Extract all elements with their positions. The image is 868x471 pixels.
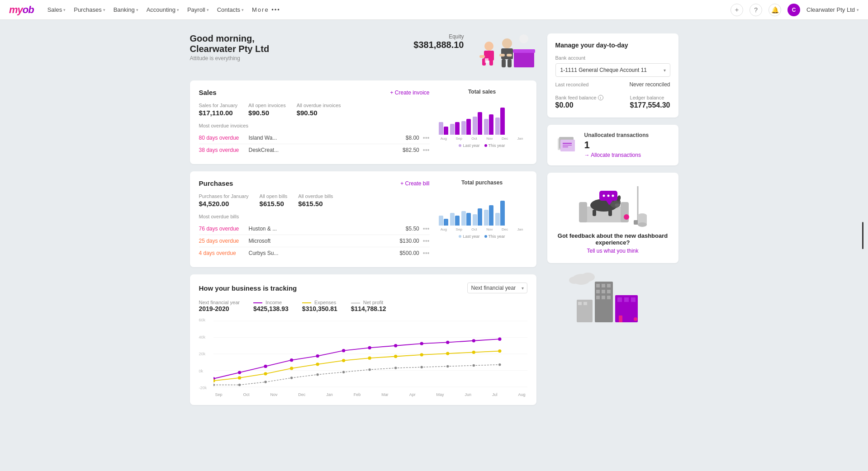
svg-point-14 xyxy=(519,34,528,43)
logo[interactable]: myob xyxy=(9,4,34,16)
last-reconciled-label: Last reconciled xyxy=(555,82,589,87)
more-options-icon[interactable]: ••• xyxy=(423,146,430,154)
overdue-days-p1[interactable]: 76 days overdue xyxy=(199,226,249,232)
all-open-bills: All open bills $615.50 xyxy=(260,193,288,207)
sales-stats: Sales for January $17,110.00 All open in… xyxy=(199,103,430,117)
bar-group-p-sep xyxy=(450,213,460,226)
svg-point-26 xyxy=(368,346,371,349)
nav-banking[interactable]: Banking ▾ xyxy=(114,6,138,13)
svg-point-48 xyxy=(316,373,318,376)
svg-point-37 xyxy=(342,359,345,362)
overdue-amount-p2: $130.00 xyxy=(399,238,419,244)
svg-point-55 xyxy=(498,363,501,366)
svg-point-77 xyxy=(607,195,609,197)
svg-point-38 xyxy=(368,356,371,359)
bar-this-year xyxy=(444,127,448,135)
bar-last-year xyxy=(461,121,466,135)
all-overdue-bills: All overdue bills $615.50 xyxy=(298,193,333,207)
bar-group-nov xyxy=(473,112,482,135)
period-select[interactable]: Next financial year This financial year … xyxy=(467,283,527,293)
purchases-for-january: Purchases for January $4,520.00 xyxy=(199,193,249,207)
all-overdue-invoices: All overdue invoices $90.50 xyxy=(297,103,341,117)
feedback-link[interactable]: Tell us what you think xyxy=(555,248,670,254)
chevron-down-icon: ▾ xyxy=(857,8,859,12)
chart-x-labels: Aug Sep Oct Nov Dec Jan xyxy=(437,137,527,141)
feedback-card: Got feedback about the new dashboard exp… xyxy=(547,173,678,263)
legend-dot-last-year-p xyxy=(459,235,461,238)
total-purchases-label: Total purchases xyxy=(437,179,527,186)
allocate-link[interactable]: → Allocate transactions xyxy=(584,152,649,158)
more-options-icon[interactable]: ••• xyxy=(423,250,430,257)
svg-rect-1 xyxy=(513,49,535,53)
svg-point-53 xyxy=(446,365,449,367)
scrollbar-indicator[interactable] xyxy=(862,222,863,249)
svg-rect-99 xyxy=(624,297,629,302)
more-options-icon[interactable]: ••• xyxy=(423,237,430,245)
legend-last-year-p: Last year xyxy=(459,234,479,239)
svg-point-43 xyxy=(498,349,501,353)
line-chart-container: 60k 40k 20k 0k -20k xyxy=(199,318,527,397)
svg-rect-5 xyxy=(489,58,493,66)
tracking-card: How your business is tracking Next finan… xyxy=(190,274,536,405)
ledger-balance: Ledger balance $177,554.30 xyxy=(630,95,670,109)
create-invoice-link[interactable]: + Create invoice xyxy=(390,89,429,96)
svg-point-42 xyxy=(472,351,475,354)
nav-sales[interactable]: Sales ▾ xyxy=(47,6,66,13)
more-options-icon[interactable]: ••• xyxy=(423,225,430,232)
overdue-days-p2[interactable]: 25 days overdue xyxy=(199,238,249,244)
nav-contacts[interactable]: Contacts ▾ xyxy=(217,6,244,13)
svg-rect-87 xyxy=(595,282,613,322)
nav-payroll[interactable]: Payroll ▾ xyxy=(187,6,209,13)
sales-card-header: Sales + Create invoice xyxy=(199,89,430,96)
overdue-name-1: Island Wa... xyxy=(249,135,406,141)
more-options-icon[interactable]: ••• xyxy=(423,134,430,141)
info-icon[interactable]: i xyxy=(598,95,603,100)
manage-card: Manage your day-to-day Bank account 1-11… xyxy=(547,33,678,118)
overdue-days-2[interactable]: 38 days overdue xyxy=(199,147,249,153)
svg-point-45 xyxy=(238,384,240,386)
svg-rect-11 xyxy=(507,54,512,57)
nav-purchases[interactable]: Purchases ▾ xyxy=(74,6,105,13)
svg-rect-72 xyxy=(608,210,612,216)
purchases-card-content: Purchases + Create bill Purchases for Ja… xyxy=(199,179,527,259)
svg-point-30 xyxy=(472,339,475,342)
svg-point-39 xyxy=(394,355,397,358)
bar-group-p-aug xyxy=(439,216,448,226)
tracking-year: Next financial year 2019-2020 xyxy=(199,300,240,312)
create-bill-link[interactable]: + Create bill xyxy=(400,180,429,187)
nav-accounting[interactable]: Accounting ▾ xyxy=(147,6,179,13)
bar-group-p-nov xyxy=(473,208,482,226)
overdue-days-p3[interactable]: 4 days overdue xyxy=(199,250,249,256)
svg-point-86 xyxy=(569,277,580,284)
company-selector[interactable]: Clearwater Pty Ltd ▾ xyxy=(806,6,859,13)
bar-last-year xyxy=(439,122,443,135)
svg-point-24 xyxy=(316,354,319,358)
chevron-down-icon: ▾ xyxy=(103,8,105,12)
bar-last-year xyxy=(473,117,477,135)
help-button[interactable]: ? xyxy=(749,4,762,16)
svg-point-44 xyxy=(213,384,215,386)
svg-rect-90 xyxy=(607,284,611,287)
net-profit-line-icon xyxy=(351,303,360,303)
purchases-card-left: Purchases + Create bill Purchases for Ja… xyxy=(199,179,430,259)
add-button[interactable]: ＋ xyxy=(730,4,743,16)
bank-account-select[interactable]: 1-1111 General Cheque Account 11 xyxy=(555,63,670,77)
chevron-down-icon: ▾ xyxy=(136,8,138,12)
chevron-down-icon: ▾ xyxy=(177,8,179,12)
bar-this-year-p xyxy=(489,205,493,226)
unallocated-icon xyxy=(555,136,578,154)
never-reconciled-value: Never reconciled xyxy=(629,81,670,88)
notifications-button[interactable]: 🔔 xyxy=(768,4,781,16)
purchases-overdue-row-3: 4 days overdue Curbys Su... $500.00 ••• xyxy=(199,247,430,259)
bar-last-year-p xyxy=(450,213,455,226)
bar-this-year-p xyxy=(466,213,471,226)
overdue-name-p1: Huston & ... xyxy=(249,226,406,232)
overdue-days-1[interactable]: 80 days overdue xyxy=(199,135,249,141)
tracking-meta: Next financial year 2019-2020 Income $42… xyxy=(199,300,527,312)
svg-point-51 xyxy=(394,367,396,369)
nav-more[interactable]: More ••• xyxy=(252,6,280,13)
legend-dot-this-year-p xyxy=(484,235,487,238)
overdue-amount-1: $8.00 xyxy=(406,135,419,141)
chevron-down-icon: ▾ xyxy=(242,8,244,12)
purchases-title: Purchases xyxy=(199,179,233,187)
